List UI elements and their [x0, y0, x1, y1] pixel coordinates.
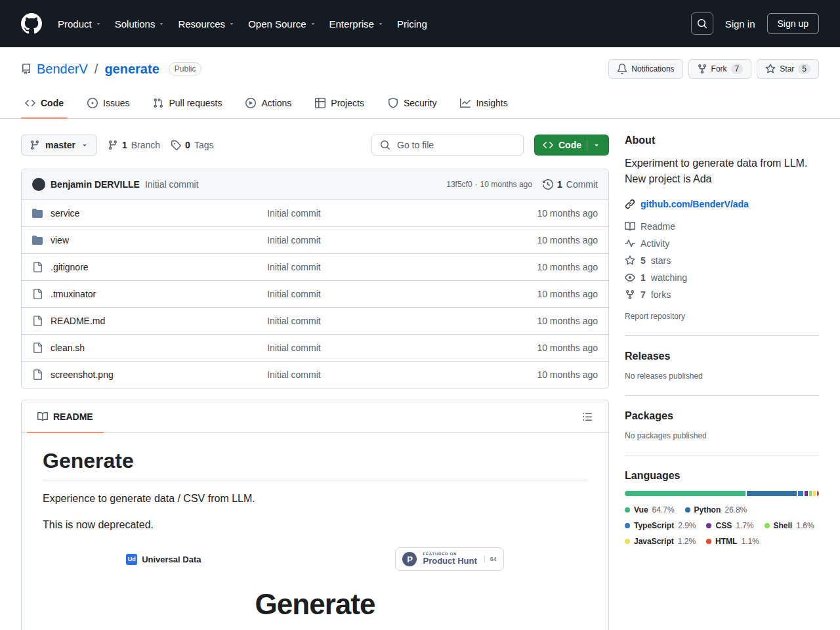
fork-button[interactable]: Fork 7: [688, 59, 752, 79]
file-link[interactable]: service: [51, 208, 79, 219]
branch-word: Branch: [131, 140, 160, 150]
nav-label: Solutions: [115, 18, 156, 30]
language-item[interactable]: CSS1.7%: [706, 521, 753, 530]
activity-link-label: Activity: [640, 238, 669, 249]
product-hunt-badge[interactable]: P FEATURED ON Product Hunt 64: [395, 547, 503, 571]
language-item[interactable]: JavaScript1.2%: [625, 537, 696, 546]
star-count: 5: [798, 64, 810, 74]
tab-code[interactable]: Code: [16, 92, 73, 118]
page-content: master 1 Branch 0 Tags: [0, 119, 840, 630]
generate-logo: Generate: [43, 588, 587, 621]
commit-history-link[interactable]: 1 Commit: [543, 179, 598, 190]
code-icon: [25, 98, 35, 108]
report-repository-link[interactable]: Report repository: [625, 312, 819, 321]
branches-link[interactable]: 1 Branch: [108, 140, 160, 150]
watching-count: 1: [640, 272, 646, 283]
packages-heading: Packages: [625, 410, 819, 422]
outline-button[interactable]: [577, 406, 598, 427]
nav-right-group: Sign in Sign up: [691, 12, 819, 35]
go-to-file-input[interactable]: [396, 139, 515, 151]
nav-item-pricing[interactable]: Pricing: [397, 18, 427, 30]
universal-data-badge[interactable]: Ud Universal Data: [126, 554, 201, 565]
row-commit-message[interactable]: Initial commit: [267, 316, 499, 326]
sign-up-button[interactable]: Sign up: [767, 13, 819, 34]
language-name: HTML: [715, 537, 737, 546]
tab-actions[interactable]: Actions: [236, 92, 301, 118]
nav-item-solutions[interactable]: Solutions: [115, 18, 165, 30]
book-icon: [625, 221, 635, 232]
stars-count: 5: [640, 255, 646, 266]
language-item[interactable]: TypeScript2.9%: [625, 521, 696, 530]
nav-item-open-source[interactable]: Open Source: [248, 18, 316, 30]
breadcrumb-separator: /: [94, 62, 98, 77]
packages-section: Packages No packages published: [625, 395, 819, 440]
tab-security[interactable]: Security: [379, 92, 446, 118]
tab-label: Insights: [476, 98, 507, 108]
tab-label: Code: [41, 98, 64, 108]
branch-selector[interactable]: master: [21, 135, 97, 156]
commit-count-label: Commit: [566, 179, 598, 190]
notifications-button[interactable]: Notifications: [608, 59, 682, 79]
search-button[interactable]: [691, 12, 713, 35]
watching-link[interactable]: 1 watching: [625, 272, 819, 283]
readme-panel: README Generate Experience to generate d…: [21, 400, 609, 630]
repo-website-link[interactable]: github.com/BenderV/ada: [640, 199, 749, 209]
row-commit-message[interactable]: Initial commit: [267, 208, 499, 219]
file-link[interactable]: screenshot.png: [51, 369, 114, 380]
tab-issues[interactable]: Issues: [78, 92, 138, 118]
forks-link[interactable]: 7 forks: [625, 289, 819, 300]
tags-link[interactable]: 0 Tags: [171, 140, 213, 150]
stars-link[interactable]: 5 stars: [625, 255, 819, 266]
dot-separator: ·: [475, 180, 478, 189]
language-item[interactable]: HTML1.1%: [706, 537, 759, 546]
commit-author-link[interactable]: Benjamin DERVILLE: [51, 179, 140, 190]
language-dot-icon: [625, 539, 630, 544]
activity-link[interactable]: Activity: [625, 238, 819, 249]
row-commit-message[interactable]: Initial commit: [267, 369, 499, 380]
nav-item-product[interactable]: Product: [58, 18, 102, 30]
repo-header: BenderV / generate Public Notifications …: [0, 47, 840, 88]
readme-paragraph: Experience to generate data / CSV from L…: [43, 491, 587, 507]
nav-label: Product: [58, 18, 92, 30]
readme-tab[interactable]: README: [27, 400, 104, 432]
repo-icon: [21, 64, 32, 74]
branch-count: 1: [122, 140, 127, 150]
universal-data-icon: Ud: [126, 554, 137, 565]
nav-item-resources[interactable]: Resources: [178, 18, 235, 30]
tab-projects[interactable]: Projects: [306, 92, 373, 118]
fork-count: 7: [731, 64, 744, 74]
file-link[interactable]: view: [51, 235, 69, 245]
nav-item-enterprise[interactable]: Enterprise: [329, 18, 384, 30]
tab-pull-requests[interactable]: Pull requests: [144, 92, 231, 118]
nav-label: Open Source: [248, 18, 306, 30]
language-item[interactable]: Shell1.6%: [765, 521, 814, 530]
file-link[interactable]: .tmuxinator: [51, 289, 96, 299]
repo-website-row: github.com/BenderV/ada: [625, 199, 819, 209]
sign-in-link[interactable]: Sign in: [725, 18, 755, 30]
file-link[interactable]: clean.sh: [51, 343, 85, 353]
language-bar-segment: [817, 491, 819, 496]
chevron-down-icon: [95, 20, 102, 27]
row-commit-message[interactable]: Initial commit: [267, 262, 499, 272]
row-commit-message[interactable]: Initial commit: [267, 235, 499, 245]
github-logo-icon[interactable]: [21, 13, 42, 34]
file-link[interactable]: README.md: [51, 316, 105, 326]
row-commit-message[interactable]: Initial commit: [267, 343, 499, 353]
repo-name-link[interactable]: generate: [104, 62, 159, 77]
tab-insights[interactable]: Insights: [451, 92, 516, 118]
repo-toolbar: master 1 Branch 0 Tags: [21, 135, 609, 156]
file-link[interactable]: .gitignore: [51, 262, 89, 272]
star-button[interactable]: Star 5: [757, 59, 819, 79]
table-icon: [315, 98, 326, 108]
branch-name: master: [45, 140, 75, 150]
readme-link[interactable]: Readme: [625, 221, 819, 232]
commit-message-link[interactable]: Initial commit: [145, 179, 199, 190]
row-commit-message[interactable]: Initial commit: [267, 289, 499, 299]
code-dropdown-button[interactable]: Code: [534, 135, 609, 156]
language-item[interactable]: Vue64.7%: [625, 505, 675, 514]
tab-label: Pull requests: [169, 98, 222, 108]
repo-owner-link[interactable]: BenderV: [37, 62, 88, 77]
commit-sha-time[interactable]: 13f5cf0 · 10 months ago: [446, 180, 532, 189]
language-item[interactable]: Python26.8%: [685, 505, 747, 514]
avatar[interactable]: [32, 178, 45, 191]
